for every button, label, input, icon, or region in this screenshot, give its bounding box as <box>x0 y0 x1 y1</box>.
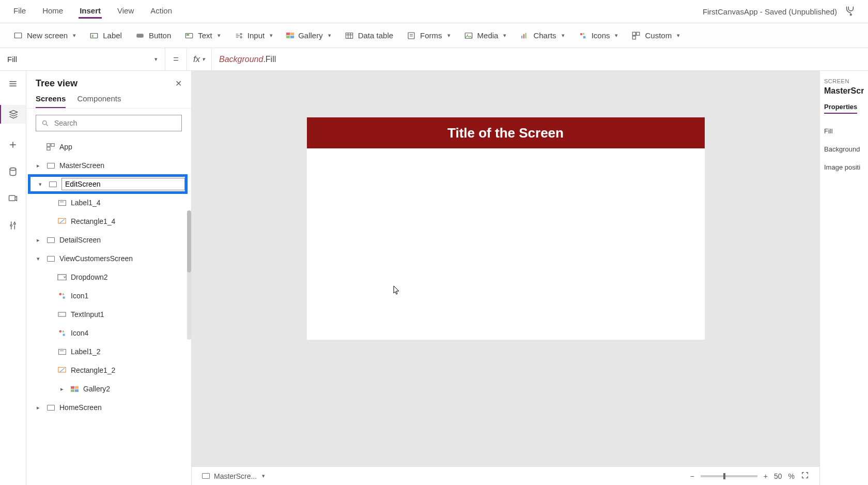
tree-item-icon4[interactable]: Icon4 <box>26 324 188 342</box>
property-row-fill[interactable]: Fill <box>824 122 864 140</box>
tree-item-textinput1[interactable]: TextInput1 <box>26 305 188 324</box>
ribbon-data-table[interactable]: Data table <box>345 31 393 40</box>
menu-view[interactable]: View <box>116 4 135 19</box>
iconset-icon <box>57 328 67 338</box>
fit-to-window-icon[interactable] <box>801 471 809 481</box>
tree-item-icon1[interactable]: Icon1 <box>26 286 188 305</box>
ribbon-text[interactable]: Text ▾ <box>184 31 221 40</box>
canvas-title-bar[interactable]: Title of the Screen <box>307 117 705 148</box>
rail-data-icon[interactable] <box>7 166 19 177</box>
screen-selector[interactable]: MasterScre... ▾ <box>202 472 265 480</box>
tree-item-detailscreen[interactable]: ▸ DetailScreen <box>26 231 188 249</box>
ribbon-media[interactable]: Media ▾ <box>464 31 507 40</box>
tab-components[interactable]: Components <box>77 94 121 108</box>
collapse-icon[interactable]: ▾ <box>37 181 44 188</box>
ribbon-gallery-label: Gallery <box>298 31 323 40</box>
ribbon-charts[interactable]: Charts ▾ <box>520 31 564 40</box>
search-field[interactable] <box>53 118 176 128</box>
ribbon-button[interactable]: Button <box>135 31 171 40</box>
svg-rect-2 <box>90 33 98 38</box>
tree-item-masterscreen[interactable]: ▸ MasterScreen <box>26 156 188 175</box>
property-row-background-image[interactable]: Background <box>824 140 864 158</box>
menu-bar-right: FirstCanvasApp - Saved (Unpublished) <box>703 5 856 18</box>
rail-media-icon[interactable] <box>7 193 19 204</box>
ribbon-data-table-label: Data table <box>358 31 393 40</box>
close-icon[interactable]: ✕ <box>175 79 182 88</box>
tab-screens[interactable]: Screens <box>36 94 66 108</box>
svg-rect-3 <box>136 34 144 38</box>
gallery-icon <box>286 33 294 38</box>
tree-item-editscreen-editing[interactable]: ▾ <box>28 175 187 193</box>
tree-item-dropdown2[interactable]: Dropdown2 <box>26 268 188 286</box>
zoom-slider[interactable] <box>701 475 757 477</box>
tree-view-tabs: Screens Components <box>26 91 191 109</box>
ribbon-forms[interactable]: Forms ▾ <box>407 31 451 40</box>
menu-insert[interactable]: Insert <box>79 4 102 19</box>
tree-item-label: Label1_4 <box>71 199 101 207</box>
rail-insert-icon[interactable] <box>7 139 19 150</box>
svg-point-22 <box>10 224 12 226</box>
tree-item-viewcustomersscreen[interactable]: ▾ ViewCustomersScreen <box>26 249 188 268</box>
zoom-out-button[interactable]: − <box>690 472 694 480</box>
tree-item-app[interactable]: App <box>26 138 188 156</box>
chevron-down-icon: ▾ <box>73 32 76 39</box>
menu-bar-left: File Home Insert View Action <box>12 4 173 19</box>
main-area: Tree view ✕ Screens Components App ▸ Mas… <box>0 71 868 485</box>
rename-input[interactable] <box>61 178 185 190</box>
zoom-percent: % <box>788 472 795 480</box>
tree-item-label: TextInput1 <box>71 310 104 319</box>
rail-hamburger-icon[interactable] <box>7 78 19 89</box>
app-checker-icon[interactable] <box>844 5 856 18</box>
svg-rect-16 <box>583 36 585 38</box>
zoom-slider-thumb[interactable] <box>723 473 725 479</box>
menu-file[interactable]: File <box>12 4 27 19</box>
design-canvas[interactable]: Title of the Screen <box>307 117 705 340</box>
menu-action[interactable]: Action <box>149 4 173 19</box>
zoom-value: 50 <box>774 472 782 480</box>
menu-bar: File Home Insert View Action FirstCanvas… <box>0 0 868 23</box>
svg-point-24 <box>43 120 47 125</box>
svg-rect-9 <box>408 33 414 39</box>
tree-item-rectangle1-2[interactable]: Rectangle1_2 <box>26 361 188 380</box>
ribbon-icons[interactable]: Icons ▾ <box>578 31 618 40</box>
property-row-image-position[interactable]: Image positi <box>824 158 864 176</box>
zoom-in-button[interactable]: + <box>764 472 768 480</box>
formula-token-1: Background <box>219 55 263 64</box>
ribbon-gallery[interactable]: Gallery ▾ <box>286 31 331 40</box>
tree-item-gallery2[interactable]: ▸ Gallery2 <box>26 380 188 398</box>
tree-item-label1-2[interactable]: Label1_2 <box>26 342 188 361</box>
ribbon-input[interactable]: Input ▾ <box>234 31 273 40</box>
search-icon <box>41 119 49 127</box>
tree-list: App ▸ MasterScreen ▾ Label1_4 Rectangle1… <box>26 138 191 485</box>
rail-tree-view-icon[interactable] <box>0 105 26 124</box>
canvas-area[interactable]: Title of the Screen <box>192 71 819 466</box>
svg-point-6 <box>240 33 242 35</box>
tree-scrollbar-thumb[interactable] <box>187 210 191 272</box>
chevron-down-icon: ▾ <box>328 32 331 39</box>
menu-home[interactable]: Home <box>41 4 64 19</box>
formula-input[interactable]: Background.Fill <box>212 48 868 70</box>
iconset-icon <box>57 291 67 300</box>
tree-item-rectangle1-4[interactable]: Rectangle1_4 <box>26 212 188 231</box>
ribbon-label[interactable]: Label <box>89 31 122 40</box>
expand-icon[interactable]: ▸ <box>58 386 66 392</box>
rail-advanced-tools-icon[interactable] <box>7 220 19 231</box>
screen-icon <box>46 403 55 412</box>
expand-icon[interactable]: ▸ <box>35 162 42 169</box>
tree-item-label1-4[interactable]: Label1_4 <box>26 193 188 212</box>
tree-scrollbar[interactable] <box>187 210 191 340</box>
tree-item-homescreen[interactable]: ▸ HomeScreen <box>26 398 188 417</box>
search-input[interactable] <box>36 115 182 131</box>
collapse-icon[interactable]: ▾ <box>35 255 42 262</box>
fx-button[interactable]: fx ▾ <box>187 48 212 70</box>
expand-icon[interactable]: ▸ <box>35 237 42 244</box>
ribbon-label-text: Label <box>103 31 122 40</box>
properties-tab[interactable]: Properties <box>824 103 857 114</box>
ribbon-new-screen[interactable]: New screen ▾ <box>13 31 76 40</box>
equals-sign: = <box>165 48 187 70</box>
ribbon-new-screen-label: New screen <box>27 31 68 40</box>
svg-rect-14 <box>525 33 526 38</box>
property-dropdown[interactable]: Fill ▾ <box>0 48 165 70</box>
expand-icon[interactable]: ▸ <box>35 404 42 411</box>
ribbon-custom[interactable]: Custom ▾ <box>631 31 680 40</box>
